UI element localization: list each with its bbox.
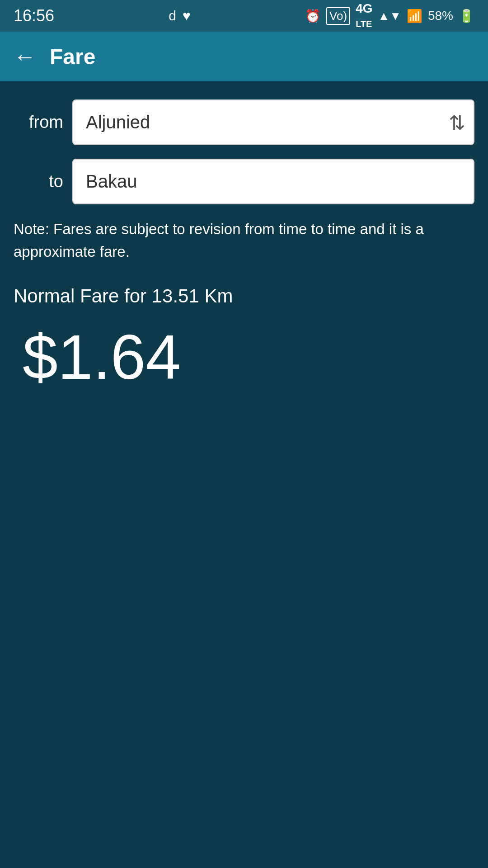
back-arrow-icon: ← — [14, 45, 36, 68]
signal-bars-icon: 📶 — [407, 9, 422, 24]
from-input[interactable] — [72, 99, 474, 145]
back-button[interactable]: ← — [14, 45, 36, 68]
page-title: Fare — [50, 44, 95, 69]
alarm-icon: ⏰ — [305, 9, 321, 24]
heart-icon: ♥ — [183, 8, 191, 24]
to-label: to — [14, 172, 63, 191]
status-time: 16:56 — [14, 6, 54, 25]
app-bar: ← Fare — [0, 32, 488, 81]
data-arrows-icon: ▲▼ — [378, 9, 401, 23]
swap-button[interactable]: ⇅ — [449, 111, 465, 134]
to-input[interactable] — [72, 159, 474, 204]
swap-icon: ⇅ — [449, 111, 465, 134]
main-content: from ⇅ to Note: Fares are subject to rev… — [0, 81, 488, 412]
status-left-icons: d ♥ — [169, 8, 191, 24]
status-bar: 16:56 d ♥ ⏰ Vo) 4GLTE ▲▼ 📶 58% 🔋 — [0, 0, 488, 32]
from-field-row: from ⇅ — [14, 99, 474, 145]
lte-icon: 4GLTE — [356, 1, 372, 30]
fare-amount: $1.64 — [23, 321, 474, 394]
battery-level: 58% — [428, 9, 453, 23]
normal-fare-label: Normal Fare for 13.51 Km — [14, 285, 474, 307]
status-right-icons: ⏰ Vo) 4GLTE ▲▼ 📶 58% 🔋 — [305, 1, 474, 30]
from-input-wrapper: ⇅ — [72, 99, 474, 145]
battery-icon: 🔋 — [459, 9, 474, 24]
note-text: Note: Fares are subject to revision from… — [14, 218, 474, 263]
from-label: from — [14, 113, 63, 132]
to-input-wrapper — [72, 159, 474, 204]
signal-vol-icon: Vo) — [326, 7, 350, 25]
to-field-row: to — [14, 159, 474, 204]
d-icon: d — [169, 8, 176, 24]
